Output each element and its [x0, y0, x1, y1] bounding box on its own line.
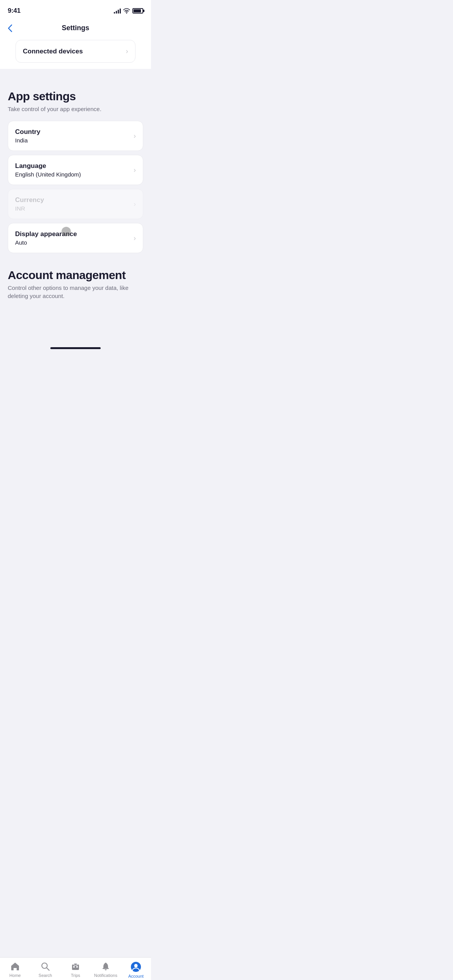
connected-devices-title: Connected devices [23, 48, 83, 55]
chevron-right-icon: › [134, 234, 136, 242]
app-settings-section-header: App settings Take control of your app ex… [0, 78, 151, 119]
page-title: Settings [62, 24, 89, 32]
signal-icon [114, 8, 121, 14]
connected-devices-section: Connected devices › [0, 37, 151, 69]
language-label: Language [15, 162, 81, 170]
account-management-title: Account management [8, 269, 143, 281]
status-bar: 9:41 [0, 0, 151, 19]
app-settings-subtitle: Take control of your app experience. [8, 105, 143, 113]
currency-label: Currency [15, 196, 44, 204]
battery-icon [132, 8, 143, 14]
chevron-right-icon: › [134, 132, 136, 140]
app-settings-title: App settings [8, 90, 143, 103]
currency-row: Currency INR › [8, 189, 143, 219]
connected-devices-row[interactable]: Connected devices › [15, 40, 136, 63]
display-appearance-value: Auto [15, 239, 77, 246]
language-value: English (United Kingdom) [15, 171, 81, 178]
touch-indicator [62, 227, 71, 236]
status-icons [114, 8, 143, 14]
currency-value: INR [15, 205, 44, 212]
home-indicator [50, 347, 101, 349]
language-row[interactable]: Language English (United Kingdom) › [8, 155, 143, 185]
status-time: 9:41 [8, 7, 21, 15]
country-row[interactable]: Country India › [8, 121, 143, 151]
chevron-right-icon: › [134, 200, 136, 208]
wifi-icon [123, 8, 130, 14]
app-settings-cards: Country India › Language English (United… [0, 121, 151, 253]
nav-header: Settings [0, 19, 151, 37]
scroll-content: Connected devices › App settings Take co… [0, 37, 151, 345]
account-management-subtitle: Control other options to manage your dat… [8, 284, 143, 300]
display-appearance-row[interactable]: Display appearance Auto › [8, 223, 143, 253]
back-button[interactable] [8, 24, 12, 32]
account-management-section: Account management Control other options… [0, 253, 151, 306]
country-label: Country [15, 128, 40, 136]
country-value: India [15, 137, 40, 144]
chevron-right-icon: › [126, 47, 128, 55]
chevron-right-icon: › [134, 166, 136, 174]
